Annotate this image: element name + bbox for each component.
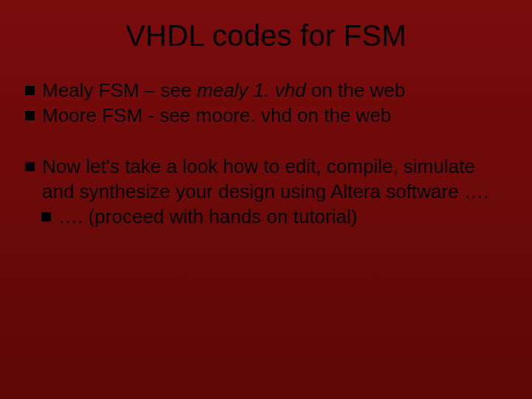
bullet-item: Now let's take a look how to edit, compi… [25,154,507,205]
slide: VHDL codes for FSM Mealy FSM – see mealy… [0,0,532,399]
bullet-text: Mealy FSM – see mealy 1. vhd on the web [42,78,405,103]
bullet-text: Now let's take a look how to edit, compi… [42,154,507,205]
slide-title: VHDL codes for FSM [25,19,507,52]
square-bullet-icon [25,86,35,95]
bullet-item: …. (proceed with hands on tutorial) [25,204,507,229]
bullet-group-1: Mealy FSM – see mealy 1. vhd on the web … [25,78,507,129]
square-bullet-icon [41,212,51,222]
bullet-group-2: Now let's take a look how to edit, compi… [25,154,507,230]
bullet-item: Moore FSM - see moore. vhd on the web [25,103,507,128]
square-bullet-icon [25,111,35,120]
bullet-text-italic: mealy 1. vhd [197,79,306,101]
square-bullet-icon [25,162,35,171]
bullet-text-pre: Mealy FSM – see [42,79,197,101]
bullet-item: Mealy FSM – see mealy 1. vhd on the web [25,78,507,103]
bullet-text: …. (proceed with hands on tutorial) [58,204,358,229]
bullet-text-post: on the web [306,79,405,101]
bullet-text: Moore FSM - see moore. vhd on the web [42,103,392,128]
